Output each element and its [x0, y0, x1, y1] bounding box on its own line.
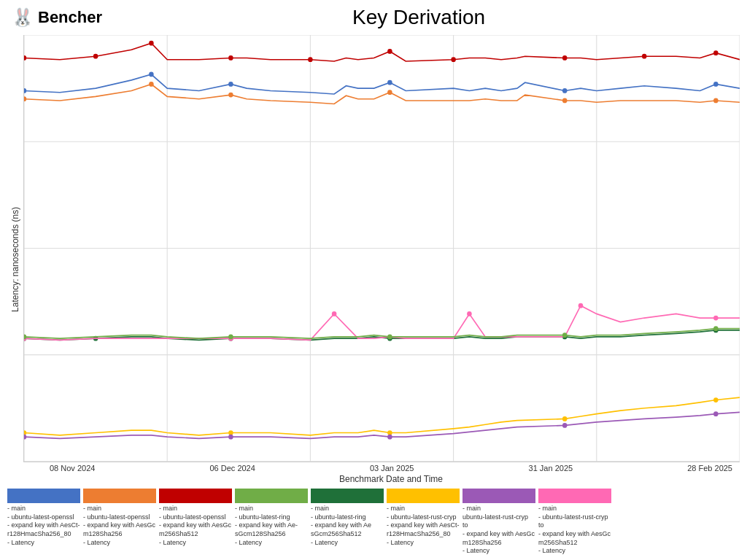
svg-point-25	[24, 88, 26, 93]
legend-item-1: - main - ubuntu-latest-openssl - expand …	[83, 489, 156, 556]
svg-point-20	[387, 49, 392, 54]
legend-item-4: - main - ubuntu-latest-ring - expand key…	[311, 489, 384, 556]
chart-container: 15,000 10,000 5,000 0	[23, 35, 740, 462]
legend-text-3: - main - ubuntu-latest-ring - expand key…	[235, 505, 308, 547]
svg-point-62	[562, 423, 568, 428]
svg-point-53	[713, 326, 719, 331]
svg-point-32	[149, 82, 154, 87]
svg-point-58	[713, 397, 719, 402]
svg-point-23	[642, 54, 647, 59]
svg-point-24	[713, 50, 719, 55]
x-tick-5: 28 Feb 2025	[687, 464, 732, 472]
legend-color-6	[462, 489, 535, 503]
legend-color-2	[159, 489, 232, 503]
legend-item-0: - main - ubuntu-latest-openssl - expand …	[7, 489, 80, 556]
legend-text-0: - main - ubuntu-latest-openssl - expand …	[7, 505, 80, 547]
svg-point-63	[713, 411, 719, 416]
svg-point-33	[228, 93, 233, 98]
svg-point-22	[562, 55, 568, 61]
legend-text-6: - main ubuntu-latest-rust-cryp to - expa…	[462, 505, 535, 556]
svg-point-17	[149, 41, 154, 46]
legend-color-0	[7, 489, 80, 503]
svg-point-29	[562, 88, 568, 93]
svg-point-61	[387, 435, 392, 440]
legend-text-5: - main - ubuntu-latest-rust-cryp - expan…	[387, 505, 460, 547]
logo-icon: 🐰	[12, 7, 34, 28]
svg-point-31	[24, 96, 26, 101]
legend-color-1	[83, 489, 156, 503]
svg-point-26	[149, 72, 154, 77]
x-axis-wrapper: 08 Nov 2024 06 Dec 2024 03 Jan 2025 31 J…	[50, 462, 740, 484]
x-axis: 08 Nov 2024 06 Dec 2024 03 Jan 2025 31 J…	[50, 462, 732, 472]
svg-point-59	[24, 435, 26, 440]
x-axis-label: Benchmark Date and Time	[50, 474, 732, 484]
legend-item-5: - main - ubuntu-latest-rust-cryp - expan…	[387, 489, 460, 556]
logo-text: Bencher	[38, 8, 102, 27]
svg-point-34	[387, 90, 392, 95]
svg-point-27	[228, 82, 233, 87]
svg-point-21	[451, 57, 456, 62]
x-tick-2: 06 Dec 2024	[209, 464, 255, 472]
svg-point-47	[578, 303, 584, 308]
svg-point-28	[387, 80, 392, 85]
svg-point-46	[467, 311, 472, 316]
svg-point-30	[713, 82, 719, 87]
legend-color-5	[387, 489, 460, 503]
legend-item-3: - main - ubuntu-latest-ring - expand key…	[235, 489, 308, 556]
svg-point-52	[562, 332, 568, 338]
legend-text-4: - main - ubuntu-latest-ring - expand key…	[311, 505, 384, 547]
svg-point-51	[387, 335, 392, 340]
chart-title: Key Derivation	[102, 6, 735, 29]
header: 🐰 Bencher Key Derivation	[0, 0, 747, 35]
legend-text-1: - main - ubuntu-latest-openssl - expand …	[83, 505, 156, 547]
legend-color-4	[311, 489, 384, 503]
x-tick-3: 03 Jan 2025	[370, 464, 414, 472]
svg-point-36	[713, 98, 719, 104]
legend-text-2: - main - ubuntu-latest-openssl - expand …	[159, 505, 232, 547]
svg-point-50	[228, 335, 233, 340]
svg-point-18	[228, 55, 233, 61]
svg-point-35	[562, 98, 568, 104]
x-tick-1: 08 Nov 2024	[50, 464, 95, 472]
legend: - main - ubuntu-latest-openssl - expand …	[0, 484, 747, 560]
legend-item-6: - main ubuntu-latest-rust-cryp to - expa…	[462, 489, 535, 556]
svg-point-15	[24, 55, 26, 61]
legend-color-7	[538, 489, 611, 503]
legend-color-3	[235, 489, 308, 503]
svg-point-19	[308, 57, 313, 62]
legend-text-7: - main - ubuntu-latest-rust-cryp to - ex…	[538, 505, 611, 556]
svg-point-60	[228, 435, 233, 440]
svg-point-16	[93, 54, 98, 59]
svg-point-48	[713, 316, 719, 321]
chart-svg: 15,000 10,000 5,000 0	[24, 35, 740, 462]
legend-item-7: - main - ubuntu-latest-rust-cryp to - ex…	[538, 489, 611, 556]
svg-point-57	[562, 416, 568, 421]
svg-point-45	[332, 311, 337, 316]
y-axis-label: Latency: nanoseconds (ns)	[7, 35, 23, 484]
x-tick-4: 31 Jan 2025	[529, 464, 573, 472]
page: 🐰 Bencher Key Derivation Latency: nanose…	[0, 0, 747, 560]
legend-item-2: - main - ubuntu-latest-openssl - expand …	[159, 489, 232, 556]
chart-area: Latency: nanoseconds (ns)	[0, 35, 747, 484]
logo: 🐰 Bencher	[12, 7, 102, 28]
